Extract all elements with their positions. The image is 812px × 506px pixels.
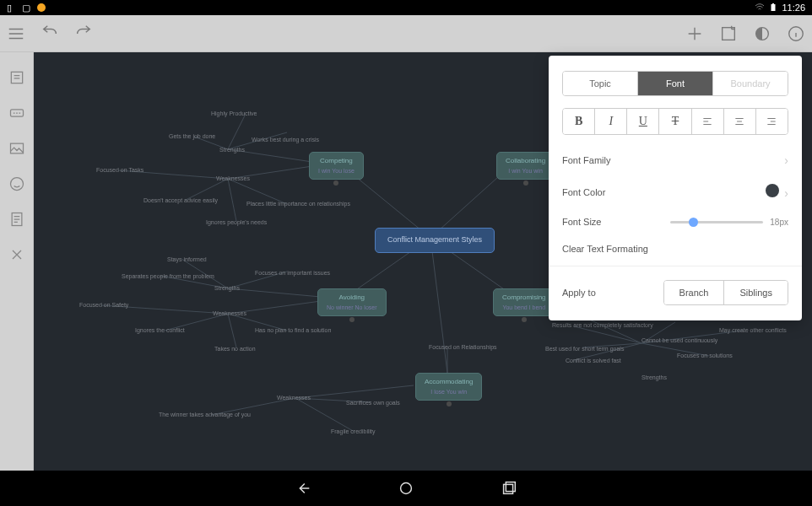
mm-label: Has no plan to find a solution bbox=[255, 327, 331, 333]
font-properties-panel: Topic Font Boundary B I U T Font Family … bbox=[549, 56, 802, 320]
font-color-label: Font Color bbox=[562, 187, 605, 197]
svg-line-34 bbox=[295, 385, 414, 398]
mm-label: Results are not completely satisfactory bbox=[552, 322, 653, 328]
align-right-button[interactable] bbox=[755, 109, 788, 134]
outline-icon[interactable] bbox=[8, 69, 25, 86]
strike-button[interactable]: T bbox=[658, 109, 690, 134]
mm-label: Sacrifices own goals bbox=[346, 400, 400, 406]
svg-point-8 bbox=[10, 178, 23, 191]
mm-label: Weaknesses bbox=[277, 395, 311, 401]
notes-icon[interactable] bbox=[8, 211, 25, 228]
apply-to-label: Apply to bbox=[562, 288, 596, 298]
menu-icon[interactable] bbox=[7, 24, 25, 43]
svg-rect-46 bbox=[504, 484, 513, 493]
svg-rect-0 bbox=[771, 4, 776, 11]
apply-to-row: Apply to Branch Siblings bbox=[549, 270, 802, 305]
mm-label: Separates people from the problem bbox=[122, 273, 214, 279]
tab-topic[interactable]: Topic bbox=[563, 72, 637, 95]
theme-icon[interactable] bbox=[753, 24, 771, 43]
home-icon[interactable] bbox=[397, 479, 415, 498]
emoji-icon[interactable] bbox=[8, 175, 25, 192]
add-icon[interactable] bbox=[685, 24, 704, 43]
bold-button[interactable]: B bbox=[563, 109, 594, 134]
mm-label: Focused on Tasks bbox=[96, 167, 143, 173]
underline-button[interactable]: U bbox=[626, 109, 658, 134]
chevron-right-icon: › bbox=[784, 186, 788, 200]
sd-card-icon: ▯ bbox=[7, 3, 17, 13]
svg-line-32 bbox=[228, 314, 236, 347]
mm-label: Focuses on important issues bbox=[255, 270, 330, 276]
panel-tabs: Topic Font Boundary bbox=[562, 71, 788, 96]
font-size-slider[interactable] bbox=[670, 221, 763, 223]
node-center[interactable]: Conflict Management Styles bbox=[375, 228, 495, 253]
font-color-swatch bbox=[766, 184, 779, 197]
info-icon[interactable] bbox=[787, 24, 805, 43]
italic-button[interactable]: I bbox=[594, 109, 626, 134]
collapse-icon[interactable] bbox=[8, 246, 25, 263]
back-icon[interactable] bbox=[294, 479, 312, 498]
status-time: 11:26 bbox=[782, 3, 805, 13]
mm-label: Gets the job done bbox=[169, 133, 215, 139]
recent-apps-icon[interactable] bbox=[500, 479, 518, 498]
mm-label: Ignores the conflict bbox=[135, 327, 185, 333]
clear-formatting-label: Clear Text Formating bbox=[562, 244, 648, 254]
tab-font[interactable]: Font bbox=[637, 72, 712, 95]
node-compromising[interactable]: CompromisingYou bend I bend bbox=[493, 288, 555, 316]
node-avoiding[interactable]: AvoidingNo winner No loser bbox=[317, 288, 387, 316]
app-notification-icon bbox=[37, 3, 46, 12]
svg-point-45 bbox=[401, 483, 412, 494]
left-toolbar bbox=[0, 52, 34, 471]
battery-icon bbox=[768, 3, 778, 13]
svg-line-24 bbox=[228, 288, 321, 297]
align-center-button[interactable] bbox=[723, 109, 755, 134]
font-size-value: 18px bbox=[770, 218, 788, 227]
text-format-row: B I U T bbox=[562, 108, 788, 135]
mm-label: Strengths bbox=[641, 374, 667, 380]
main-toolbar bbox=[0, 15, 812, 52]
mm-label: Fragile credibility bbox=[331, 428, 376, 434]
android-nav-bar bbox=[0, 471, 812, 506]
tab-boundary: Boundary bbox=[712, 72, 788, 95]
mm-label: Cannot be used continuously bbox=[641, 337, 717, 343]
mm-label: Conflict is solved fast bbox=[566, 358, 621, 363]
node-accommodating[interactable]: AccommodatingI lose You win bbox=[415, 373, 482, 401]
mm-label: Focused on Relationships bbox=[429, 344, 497, 350]
node-collaborating[interactable]: CollaboratingI win You win bbox=[496, 152, 555, 180]
svg-rect-47 bbox=[506, 482, 515, 492]
clear-formatting-row[interactable]: Clear Text Formating bbox=[549, 235, 802, 262]
svg-line-39 bbox=[574, 326, 641, 343]
node-center-label: Conflict Management Styles bbox=[387, 235, 482, 244]
mm-label: Strengths bbox=[219, 147, 245, 153]
chevron-right-icon: › bbox=[784, 153, 788, 167]
mm-label: The winner takes advantage of you bbox=[159, 412, 251, 417]
node-competing[interactable]: CompetingI win You lose bbox=[309, 152, 364, 180]
wifi-icon bbox=[755, 3, 765, 13]
apply-siblings-button[interactable]: Siblings bbox=[723, 281, 788, 304]
svg-rect-1 bbox=[772, 3, 774, 4]
font-color-row[interactable]: Font Color › bbox=[549, 175, 802, 208]
align-left-button[interactable] bbox=[691, 109, 723, 134]
font-family-label: Font Family bbox=[562, 155, 610, 165]
mm-label: Focuses on solutions bbox=[677, 353, 733, 358]
svg-line-23 bbox=[228, 179, 236, 221]
image-icon[interactable] bbox=[8, 140, 25, 157]
mm-label: Focused on Safety bbox=[79, 302, 128, 308]
undo-icon[interactable] bbox=[41, 24, 59, 43]
new-sheet-icon[interactable] bbox=[719, 24, 738, 43]
mm-label: Strengths bbox=[214, 285, 240, 291]
svg-rect-7 bbox=[10, 143, 23, 153]
mm-label: Best used for short term goals bbox=[545, 346, 624, 352]
font-size-label: Font Size bbox=[562, 217, 601, 227]
redo-icon[interactable] bbox=[74, 24, 93, 43]
apply-branch-button[interactable]: Branch bbox=[664, 281, 724, 304]
mm-label: Stays informed bbox=[167, 256, 207, 262]
markers-icon[interactable] bbox=[8, 105, 25, 121]
svg-line-17 bbox=[228, 116, 245, 149]
font-family-row[interactable]: Font Family › bbox=[549, 145, 802, 175]
mm-label: Weaknesses bbox=[216, 175, 250, 181]
svg-line-14 bbox=[430, 238, 447, 373]
mm-label: Works best during a crisis bbox=[252, 137, 319, 143]
mm-label: Places little importance on relationship… bbox=[246, 201, 350, 207]
font-size-row[interactable]: Font Size 18px bbox=[549, 208, 802, 235]
mm-label: May create other conflicts bbox=[719, 327, 787, 333]
